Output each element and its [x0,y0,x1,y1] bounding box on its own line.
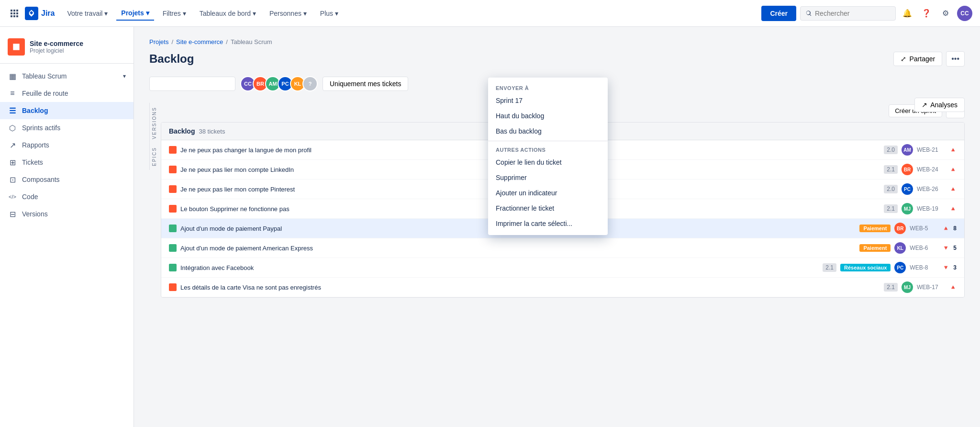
sidebar-item-composants[interactable]: ⊡ Composants [0,171,134,188]
notifications-icon[interactable]: 🔔 [900,6,915,21]
search-icon [805,10,812,17]
ctx-copier-lien[interactable]: Copier le lien du ticket [488,155,608,170]
feuille-route-label: Feuille de route [22,90,68,97]
jira-logo[interactable]: Jira [25,7,55,20]
filter-search[interactable] [149,77,235,91]
sidebar-item-feuille-route[interactable]: ≡ Feuille de route [0,85,134,102]
ticket-version: 2.1 [884,204,898,213]
breadcrumb-site-ecommerce[interactable]: Site e-commerce [176,38,223,45]
label-sociaux: Réseaux sociaux [840,264,891,271]
composants-label: Composants [22,176,60,183]
search-input[interactable] [815,10,877,17]
priority-down-icon: 🔻 [942,245,949,251]
ticket-avatar: AM [902,144,913,156]
ticket-version: 2.1 [884,283,898,292]
user-avatar-top[interactable]: CC [957,6,972,21]
ticket-meta: Paiement BR WEB-5 🔺 8 [859,223,957,234]
top-nav-icons: 🔔 ❓ ⚙ CC [900,6,972,21]
table-row[interactable]: Ajout d'un mode de paiement American Exp… [161,238,964,258]
table-row[interactable]: Les détails de la carte Visa ne sont pas… [161,278,964,297]
analyse-button[interactable]: ↗ Analyses [914,98,965,112]
ctx-ajouter-indicateur[interactable]: Ajouter un indicateur [488,185,608,201]
ticket-id: WEB-5 [910,225,938,232]
ctx-bas-backlog[interactable]: Bas du backlog [488,124,608,139]
page-header: Backlog ⤢ Partager ••• [149,51,965,67]
ticket-version: 2.0 [884,185,898,193]
ctx-fractionner[interactable]: Fractionner le ticket [488,201,608,216]
ticket-avatar: MJ [902,203,913,214]
ticket-meta: Paiement KL WEB-6 🔻 5 [859,242,957,254]
share-button[interactable]: ⤢ Partager [893,52,942,66]
sidebar-item-sprints-actifs[interactable]: ⬡ Sprints actifs [0,119,134,136]
sidebar-item-rapports[interactable]: ↗ Rapports [0,136,134,154]
svg-rect-6 [11,15,12,17]
nav-projets[interactable]: Projets ▾ [116,6,154,21]
filter-search-input[interactable] [157,80,241,88]
priority-up-icon: 🔺 [949,284,957,291]
nav-votre-travail[interactable]: Votre travail ▾ [62,7,112,20]
help-icon[interactable]: ❓ [919,6,934,21]
label-paiement: Paiement [859,244,891,252]
avatar-group: CC BR AM PC KL ? [240,76,318,91]
ticket-avatar: BR [894,223,906,234]
breadcrumb-tableau-scrum: Tableau Scrum [231,38,272,45]
composants-icon: ⊡ [8,175,17,184]
sprints-actifs-icon: ⬡ [8,123,17,133]
ticket-text: Intégration avec Facebook [180,264,823,271]
filter-mes-tickets[interactable]: Uniquement mes tickets [323,77,408,91]
breadcrumb-projets[interactable]: Projets [149,38,168,45]
code-icon: </> [8,192,17,202]
sidebar-item-versions[interactable]: ⊟ Versions [0,205,134,223]
ticket-points: 5 [953,245,957,251]
ticket-version: 2.0 [884,146,898,154]
ticket-points: 8 [953,225,957,232]
versions-label: Versions [22,210,48,218]
grid-icon[interactable] [8,7,21,20]
versions-icon: ⊟ [8,209,17,219]
sidebar-item-tickets[interactable]: ⊞ Tickets [0,154,134,171]
ticket-avatar: PC [902,183,913,195]
ticket-version: 2.1 [823,263,836,272]
create-button[interactable]: Créer [761,6,796,21]
ticket-meta: 2.1 Réseaux sociaux PC WEB-8 🔻 3 [823,262,957,273]
backlog-icon: ☰ [8,106,17,115]
avatar-unknown[interactable]: ? [302,76,318,91]
sidebar-item-code[interactable]: </> Code [0,188,134,205]
ticket-type-bug [169,146,177,154]
ticket-avatar: BR [902,164,913,175]
breadcrumb: Projets / Site e-commerce / Tableau Scru… [149,38,965,45]
search-bar[interactable] [800,6,896,21]
sidebar-item-tableau-scrum[interactable]: ▦ Tableau Scrum ▾ [0,67,134,85]
nav-filtres[interactable]: Filtres ▾ [158,7,191,20]
ctx-sprint17[interactable]: Sprint 17 [488,93,608,108]
priority-down-icon: 🔻 [942,264,949,271]
ticket-type-bug [169,283,177,291]
ticket-meta: 2.1 BR WEB-24 🔺 [884,164,957,175]
feuille-route-icon: ≡ [8,89,17,98]
settings-icon[interactable]: ⚙ [938,6,953,21]
sidebar-item-backlog[interactable]: ☰ Backlog [0,102,134,119]
nav-plus[interactable]: Plus ▾ [315,7,343,20]
svg-rect-2 [16,10,18,11]
epics-label-vertical: EPICS [149,143,159,170]
ctx-imprimer[interactable]: Imprimer la carte sélecti... [488,216,608,231]
rapports-label: Rapports [22,141,49,149]
priority-up-icon: 🔺 [949,166,957,173]
ticket-id: WEB-8 [910,264,938,271]
nav-tableaux[interactable]: Tableaux de bord ▾ [195,7,261,20]
versions-label-vertical: VERSIONS [149,103,159,143]
nav-personnes[interactable]: Personnes ▾ [265,7,312,20]
more-button[interactable]: ••• [946,51,965,67]
table-row[interactable]: Intégration avec Facebook 2.1 Réseaux so… [161,258,964,278]
tableau-scrum-icon: ▦ [8,71,17,81]
ctx-supprimer[interactable]: Supprimer [488,170,608,185]
ticket-avatar: MJ [902,281,913,293]
ctx-haut-backlog[interactable]: Haut du backlog [488,108,608,124]
svg-rect-1 [13,10,15,11]
ticket-version: 2.1 [884,165,898,174]
code-label: Code [22,193,38,201]
ticket-id: WEB-19 [917,205,946,212]
ctx-autres-actions-label: Autres actions [488,143,608,155]
ticket-type-story [169,244,177,252]
ticket-text: Les détails de la carte Visa ne sont pas… [180,284,884,291]
